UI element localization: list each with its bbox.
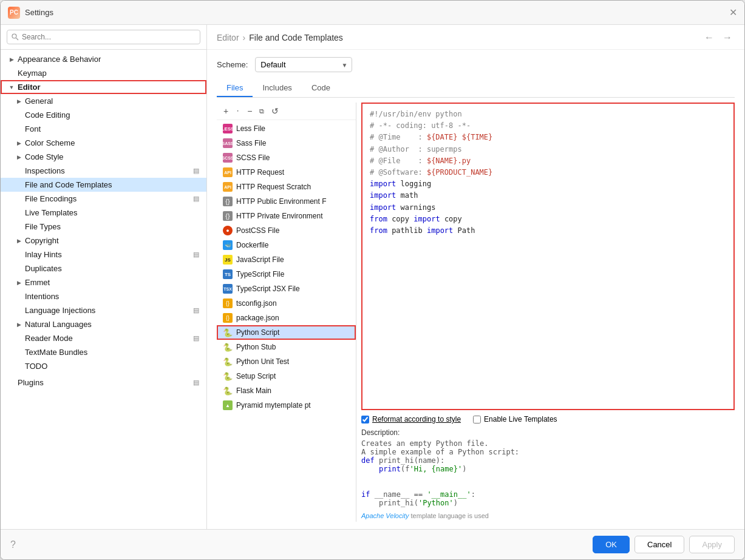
file-item-tsconfig[interactable]: {} tsconfig.json bbox=[217, 296, 356, 311]
badge-icon: ▤ bbox=[193, 195, 199, 203]
copy-template-button[interactable]: ⬝ bbox=[233, 106, 243, 116]
file-item-sass[interactable]: SASS Sass File bbox=[217, 136, 356, 150]
sidebar-item-emmet[interactable]: ▶ Emmet bbox=[1, 275, 206, 289]
sidebar-item-inspections[interactable]: Inspections ▤ bbox=[1, 164, 206, 178]
sidebar-item-language-injections[interactable]: Language Injections ▤ bbox=[1, 303, 206, 317]
nav-back-button[interactable]: ← bbox=[702, 31, 716, 44]
sidebar-item-color-scheme[interactable]: ▶ Color Scheme bbox=[1, 136, 206, 150]
chevron-right-icon: ▶ bbox=[8, 56, 15, 62]
sidebar: ▶ Appearance & Behavior Keymap ▼ Editor … bbox=[1, 25, 207, 529]
reformat-checkbox-label[interactable]: Reformat according to style bbox=[361, 415, 461, 423]
file-item-label: HTTP Request Scratch bbox=[236, 183, 311, 191]
cancel-button[interactable]: Cancel bbox=[634, 536, 684, 553]
title-bar-left: PC Settings bbox=[8, 7, 53, 19]
sidebar-item-natural-languages[interactable]: ▶ Natural Languages bbox=[1, 317, 206, 331]
add-template-button[interactable]: + bbox=[220, 105, 231, 117]
sidebar-item-live-templates[interactable]: Live Templates bbox=[1, 206, 206, 220]
sidebar-item-intentions[interactable]: Intentions bbox=[1, 289, 206, 303]
nav-arrows: ← → bbox=[702, 31, 735, 44]
file-item-scss[interactable]: SCSS SCSS File bbox=[217, 150, 356, 165]
file-item-setup-script[interactable]: 🐍 Setup Script bbox=[217, 369, 356, 383]
file-item-python-unit-test[interactable]: 🐍 Python Unit Test bbox=[217, 354, 356, 369]
file-item-label: HTTP Public Environment F bbox=[236, 197, 327, 206]
sidebar-item-label: Font bbox=[25, 124, 41, 133]
docker-file-icon: 🐳 bbox=[223, 240, 233, 250]
file-item-typescript[interactable]: TS TypeScript File bbox=[217, 267, 356, 282]
help-button[interactable]: ? bbox=[10, 539, 16, 550]
sidebar-item-general[interactable]: ▶ General bbox=[1, 94, 206, 108]
file-item-label: TypeScript File bbox=[236, 270, 284, 278]
ok-button[interactable]: OK bbox=[593, 536, 630, 553]
sidebar-item-label: File and Code Templates bbox=[25, 180, 112, 189]
file-item-less[interactable]: LESS Less File bbox=[217, 121, 356, 136]
tab-code[interactable]: Code bbox=[302, 79, 340, 97]
sass-file-icon: SASS bbox=[223, 138, 233, 148]
options-row: Reformat according to style Enable Live … bbox=[361, 415, 735, 423]
sidebar-item-label: General bbox=[25, 96, 53, 106]
sidebar-item-code-editing[interactable]: Code Editing bbox=[1, 108, 206, 122]
content-area: + ⬝ − ⧉ ↺ LESS Less File bbox=[217, 103, 735, 522]
js-file-icon: JS bbox=[223, 255, 233, 265]
sidebar-item-duplicates[interactable]: Duplicates bbox=[1, 261, 206, 275]
sidebar-item-label: Code Style bbox=[25, 152, 64, 161]
nav-forward-button[interactable]: → bbox=[720, 31, 735, 44]
sidebar-item-editor[interactable]: ▼ Editor bbox=[1, 80, 206, 94]
file-item-python-script[interactable]: 🐍 Python Script bbox=[217, 325, 356, 340]
python-file-icon: 🐍 bbox=[223, 357, 233, 366]
file-item-tsx[interactable]: TSX TypeScript JSX File bbox=[217, 282, 356, 296]
tab-files[interactable]: Files bbox=[217, 79, 253, 97]
file-item-flask-main[interactable]: 🐍 Flask Main bbox=[217, 383, 356, 398]
file-item-dockerfile[interactable]: 🐳 Dockerfile bbox=[217, 238, 356, 252]
velocity-prefix: Apache Velocity bbox=[361, 512, 409, 519]
file-item-postcss[interactable]: ● PostCSS File bbox=[217, 223, 356, 238]
file-item-label: PostCSS File bbox=[236, 226, 279, 235]
reset-template-button[interactable]: ↺ bbox=[268, 105, 282, 117]
duplicate-template-button[interactable]: ⧉ bbox=[256, 106, 267, 116]
file-item-http-scratch[interactable]: API HTTP Request Scratch bbox=[217, 180, 356, 194]
file-item-label: HTTP Request bbox=[236, 168, 284, 177]
main-body: Scheme: Default ▼ Files Includes Code bbox=[207, 50, 744, 529]
dialog-footer: ? OK Cancel Apply bbox=[1, 529, 744, 559]
app-icon: PC bbox=[8, 7, 20, 19]
sidebar-item-keymap[interactable]: Keymap bbox=[1, 66, 206, 80]
sidebar-tree: ▶ Appearance & Behavior Keymap ▼ Editor … bbox=[1, 50, 206, 529]
sidebar-item-appearance[interactable]: ▶ Appearance & Behavior bbox=[1, 52, 206, 66]
live-templates-checkbox[interactable] bbox=[473, 416, 481, 423]
apply-button[interactable]: Apply bbox=[689, 536, 735, 553]
file-item-python-stub[interactable]: 🐍 Python Stub bbox=[217, 340, 356, 354]
file-item-http-public[interactable]: {} HTTP Public Environment F bbox=[217, 194, 356, 209]
tab-includes[interactable]: Includes bbox=[253, 79, 301, 97]
sidebar-item-reader-mode[interactable]: Reader Mode ▤ bbox=[1, 331, 206, 345]
sidebar-item-label: TODO bbox=[25, 362, 47, 371]
remove-template-button[interactable]: − bbox=[244, 105, 255, 117]
reformat-checkbox[interactable] bbox=[361, 416, 369, 423]
sidebar-item-copyright[interactable]: ▶ Copyright bbox=[1, 234, 206, 248]
scheme-select[interactable]: Default bbox=[255, 57, 352, 72]
python-file-icon: 🐍 bbox=[223, 371, 233, 381]
file-item-http-private[interactable]: {} HTTP Private Environment bbox=[217, 209, 356, 223]
sidebar-item-file-code-templates[interactable]: File and Code Templates bbox=[1, 178, 206, 192]
file-item-packagejson[interactable]: {} package.json bbox=[217, 311, 356, 325]
sidebar-item-file-encodings[interactable]: File Encodings ▤ bbox=[1, 192, 206, 206]
search-input[interactable] bbox=[7, 30, 200, 44]
sidebar-item-label: Natural Languages bbox=[25, 320, 92, 329]
close-button[interactable]: ✕ bbox=[729, 7, 737, 18]
sidebar-item-label: Emmet bbox=[25, 278, 50, 287]
sidebar-item-inlay-hints[interactable]: Inlay Hints ▤ bbox=[1, 248, 206, 261]
sidebar-item-textmate-bundles[interactable]: TextMate Bundles bbox=[1, 345, 206, 359]
chevron-right-icon: ▶ bbox=[15, 98, 22, 104]
sidebar-item-code-style[interactable]: ▶ Code Style bbox=[1, 150, 206, 164]
file-item-pyramid[interactable]: ▲ Pyramid mytemplate pt bbox=[217, 398, 356, 413]
sidebar-item-todo[interactable]: TODO bbox=[1, 359, 206, 373]
code-editor[interactable]: #!/usr/bin/env python # -*- coding: utf-… bbox=[361, 103, 735, 410]
api-file-icon: API bbox=[223, 167, 233, 177]
sidebar-item-file-types[interactable]: File Types bbox=[1, 220, 206, 234]
file-item-label: Less File bbox=[236, 124, 265, 133]
code-line-6: # @Software: ${PRODUCT_NAME} bbox=[370, 167, 726, 178]
badge-icon: ▤ bbox=[193, 251, 199, 258]
sidebar-item-plugins[interactable]: Plugins ▤ bbox=[1, 376, 206, 390]
live-templates-checkbox-label[interactable]: Enable Live Templates bbox=[473, 415, 557, 423]
sidebar-item-font[interactable]: Font bbox=[1, 122, 206, 136]
file-item-http-request[interactable]: API HTTP Request bbox=[217, 165, 356, 180]
file-item-javascript[interactable]: JS JavaScript File bbox=[217, 252, 356, 267]
